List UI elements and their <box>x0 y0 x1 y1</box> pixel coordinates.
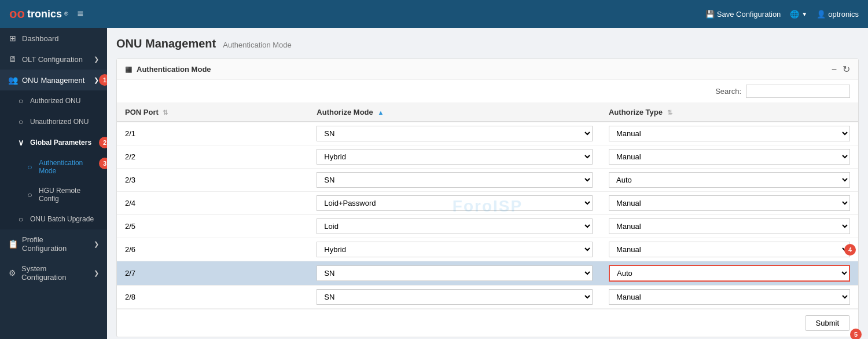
col-authorize-type: Authorize Type ⇅ <box>601 103 858 122</box>
table-row: 2/8SNHybridLoid+PasswordLoidManualAuto <box>117 286 858 309</box>
navbar-right: 💾 Save Configuration 🌐 ▼ 👤 optronics <box>705 10 859 19</box>
sidebar-label: ONU Batch Upgrade <box>30 215 94 223</box>
chevron-down-icon: ▼ <box>801 11 807 17</box>
olt-icon: 🖥 <box>8 54 17 64</box>
table-row: 2/5SNHybridLoid+PasswordLoidManualAuto <box>117 215 858 238</box>
chevron-right-icon: ❯ <box>94 56 99 63</box>
user-menu[interactable]: 👤 optronics <box>816 10 859 19</box>
cell-pon-port: 2/8 <box>117 286 308 309</box>
cell-pon-port: 2/6 <box>117 238 308 261</box>
navbar: oo tronics ® ≡ 💾 Save Configuration 🌐 ▼ … <box>0 0 868 28</box>
hamburger-icon[interactable]: ≡ <box>78 8 84 20</box>
cell-authorize-type: ManualAuto <box>601 122 858 145</box>
table-icon: ▦ <box>125 65 132 74</box>
dashboard-icon: ⊞ <box>8 34 17 43</box>
sidebar-label: System Configuration <box>21 264 89 282</box>
cell-pon-port: 2/1 <box>117 122 308 145</box>
authorize-mode-select[interactable]: SNHybridLoid+PasswordLoid <box>317 289 593 305</box>
badge-2: 2 <box>99 137 107 148</box>
logo-dot: ® <box>64 11 68 17</box>
cell-authorize-type: ManualAuto <box>601 286 858 309</box>
sidebar-label: Authorized ONU <box>30 97 80 105</box>
sidebar-item-profile-config[interactable]: 📋 Profile Configuration ❯ <box>0 229 107 258</box>
sidebar-item-onu-batch-upgrade[interactable]: ○ ONU Batch Upgrade <box>0 209 107 229</box>
cell-authorize-mode: SNHybridLoid+PasswordLoid <box>308 215 601 238</box>
authorize-type-select[interactable]: ManualAuto <box>609 126 850 141</box>
table-row: 2/1SNHybridLoid+PasswordLoidManualAuto <box>117 122 858 145</box>
cell-authorize-mode: SNHybridLoid+PasswordLoid <box>308 261 601 286</box>
cell-authorize-type: ManualAuto4 <box>601 238 858 261</box>
cell-authorize-mode: SNHybridLoid+PasswordLoid <box>308 192 601 215</box>
authorize-mode-select[interactable]: SNHybridLoid+PasswordLoid <box>317 195 593 211</box>
authorize-type-select[interactable]: ManualAuto <box>609 195 850 211</box>
search-input[interactable] <box>746 85 850 98</box>
cell-authorize-type: ManualAuto <box>601 169 858 192</box>
authorize-mode-select[interactable]: SNHybridLoid+PasswordLoid <box>317 126 593 141</box>
sidebar-label: HGU Remote Config <box>39 187 99 203</box>
authorize-type-select[interactable]: ManualAuto <box>609 242 850 257</box>
sidebar-item-hgu-remote-config[interactable]: ○ HGU Remote Config <box>0 181 107 209</box>
sidebar-item-global-parameters[interactable]: ∨ Global Parameters 2 <box>0 132 107 153</box>
authorize-mode-select[interactable]: SNHybridLoid+PasswordLoid <box>317 172 593 188</box>
circle-icon: ○ <box>16 214 25 224</box>
sidebar-item-authentication-mode[interactable]: ○ Authentication Mode 3 <box>0 153 107 181</box>
sidebar-item-dashboard[interactable]: ⊞ Dashboard <box>0 28 107 49</box>
save-config-label: Save Configuration <box>717 10 781 19</box>
username-label: optronics <box>828 10 859 19</box>
card-header: ▦ Authentication Mode − ↻ <box>117 59 858 80</box>
minimize-button[interactable]: − <box>832 64 837 75</box>
system-icon: ⚙ <box>8 268 17 278</box>
sidebar-item-onu-management[interactable]: 👥 ONU Management ❯ 1 <box>0 70 107 90</box>
sort-icon-pon[interactable]: ⇅ <box>163 109 168 116</box>
sidebar-item-olt-config[interactable]: 🖥 OLT Configuration ❯ <box>0 49 107 70</box>
authorize-mode-select[interactable]: SNHybridLoid+PasswordLoid <box>317 218 593 234</box>
save-config-button[interactable]: 💾 Save Configuration <box>705 10 781 19</box>
sidebar-label: Profile Configuration <box>22 235 89 253</box>
authorize-type-select[interactable]: ManualAuto <box>609 289 850 305</box>
logo: oo tronics ® <box>9 6 68 21</box>
globe-icon: 🌐 <box>790 10 799 19</box>
cell-pon-port: 2/3 <box>117 169 308 192</box>
authorize-type-select[interactable]: ManualAuto <box>609 172 850 188</box>
cell-pon-port: 2/2 <box>117 145 308 169</box>
card-footer: Submit 5 <box>117 309 858 337</box>
circle-icon: ○ <box>25 190 34 199</box>
sidebar-item-unauthorized-onu[interactable]: ○ Unauthorized ONU <box>0 111 107 132</box>
table-row: 2/7SNHybridLoid+PasswordLoidManualAuto <box>117 261 858 286</box>
authorize-type-select[interactable]: ManualAuto <box>609 218 850 234</box>
refresh-button[interactable]: ↻ <box>843 64 850 75</box>
authorize-mode-select[interactable]: SNHybridLoid+PasswordLoid <box>317 149 593 165</box>
authorize-type-select[interactable]: ManualAuto <box>609 265 850 282</box>
cell-authorize-type: ManualAuto <box>601 215 858 238</box>
user-icon: 👤 <box>816 10 826 19</box>
sidebar-label: ONU Management <box>22 76 84 85</box>
badge-5: 5 <box>850 329 862 339</box>
sidebar-sub-onu: ○ Authorized ONU ○ Unauthorized ONU ∨ Gl… <box>0 90 107 229</box>
search-label: Search: <box>715 87 741 96</box>
cell-authorize-type: ManualAuto <box>601 145 858 169</box>
main-content: ONU Management Authentication Mode ▦ Aut… <box>107 28 868 339</box>
sidebar-subsub-global: ○ Authentication Mode 3 ○ HGU Remote Con… <box>0 153 107 209</box>
sidebar-label: Authentication Mode <box>39 159 99 175</box>
authorize-mode-select[interactable]: SNHybridLoid+PasswordLoid <box>317 242 593 257</box>
sort-icon-type[interactable]: ⇅ <box>667 109 672 116</box>
sidebar-label: OLT Configuration <box>22 55 83 64</box>
sidebar-item-system-config[interactable]: ⚙ System Configuration ❯ <box>0 258 107 287</box>
page-header: ONU Management Authentication Mode <box>116 37 859 50</box>
authorize-type-select[interactable]: ManualAuto <box>609 149 850 165</box>
cell-authorize-mode: SNHybridLoid+PasswordLoid <box>308 238 601 261</box>
authorize-mode-select[interactable]: SNHybridLoid+PasswordLoid <box>317 265 593 281</box>
authentication-mode-card: ▦ Authentication Mode − ↻ Search: ForoIS… <box>116 59 859 337</box>
table-row: 2/2SNHybridLoid+PasswordLoidManualAuto <box>117 145 858 169</box>
submit-button[interactable]: Submit <box>805 315 850 331</box>
col-pon-port: PON Port ⇅ <box>117 103 308 122</box>
page-subtitle: Authentication Mode <box>223 41 292 49</box>
sidebar-label: Dashboard <box>22 34 59 43</box>
sort-icon-mode[interactable]: ▲ <box>377 109 384 116</box>
sidebar-item-authorized-onu[interactable]: ○ Authorized ONU <box>0 90 107 111</box>
cell-pon-port: 2/5 <box>117 215 308 238</box>
chevron-down-icon: ∨ <box>16 138 25 147</box>
cell-authorize-mode: SNHybridLoid+PasswordLoid <box>308 145 601 169</box>
onu-icon: 👥 <box>8 75 17 85</box>
language-button[interactable]: 🌐 ▼ <box>790 10 807 19</box>
